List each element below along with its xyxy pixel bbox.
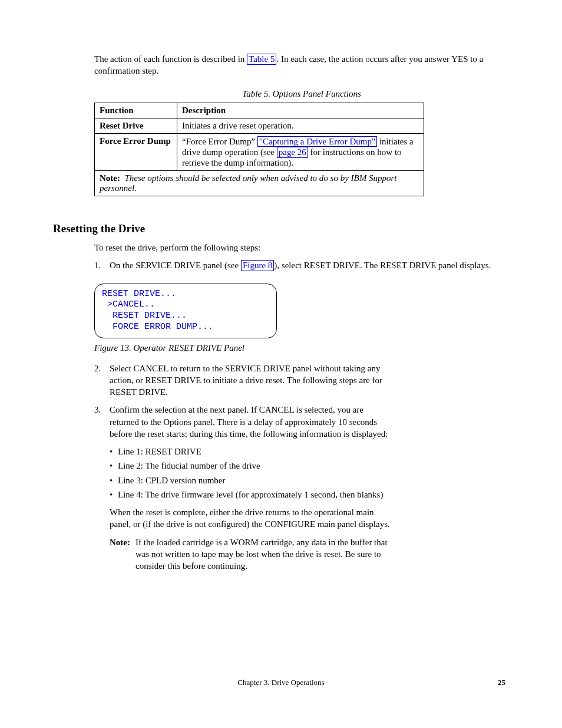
link-figure8[interactable]: Figure 8 (241, 260, 274, 271)
bullet-icon: • (110, 446, 118, 457)
step-number: 3. (94, 404, 110, 440)
footer-page-number: 25 (498, 678, 505, 687)
note-line: was not written to tape may be lost when… (135, 549, 381, 559)
display-panel-reset-drive: RESET DRIVE... >CANCEL.. RESET DRIVE... … (94, 284, 277, 338)
col-description-header: Description (177, 103, 424, 118)
sublist-item: • Line 2: The fiducial number of the dri… (110, 460, 509, 472)
table-row: Force Error Dump “Force Error Dump” "Cap… (95, 133, 424, 170)
step-2-line: action, or RESET DRIVE to initiate a dri… (110, 375, 382, 385)
sublist-item: • Line 4: The drive firmware level (for … (110, 489, 509, 500)
note-block: Note: If the loaded cartridge is a WORM … (110, 536, 509, 572)
cell-function: Reset Drive (95, 118, 177, 133)
figure13-text: Operator RESET DRIVE Panel (134, 343, 244, 353)
figure13-caption: Figure 13. Operator RESET DRIVE Panel (94, 343, 509, 353)
bullet-icon: • (110, 475, 118, 486)
display-line: RESET DRIVE... (102, 311, 187, 321)
display-line: >CANCEL.. (102, 299, 155, 309)
step-1-after: ), select RESET DRIVE. The RESET DRIVE p… (274, 261, 491, 270)
step-3-line: Confirm the selection at the next panel.… (110, 405, 363, 414)
sublist-text: Line 2: The fiducial number of the drive (118, 460, 260, 472)
footer-chapter: Chapter 3. Drive Operations (57, 678, 505, 687)
link-capturing-dump[interactable]: "Capturing a Drive Error Dump" (257, 136, 377, 147)
step-2-line: Select CANCEL to return to the SERVICE D… (110, 364, 380, 373)
bullet-icon: • (110, 489, 118, 500)
cell-description: Initiates a drive reset operation. (177, 118, 424, 133)
figure13-idx: Figure 13. (94, 343, 131, 353)
cell-description: “Force Error Dump” "Capturing a Drive Er… (177, 133, 424, 170)
para-reset-complete: When the reset is complete, either the d… (110, 506, 509, 531)
sublist-text: Line 1: RESET DRIVE (118, 446, 201, 457)
page-footer: Chapter 3. Drive Operations 25 (53, 678, 509, 690)
bullet-icon: • (110, 460, 118, 472)
para1-before: The action of each function is described… (94, 54, 247, 64)
table5-caption: Table 5. Options Panel Functions (94, 89, 509, 99)
link-page26[interactable]: page 26 (277, 147, 308, 158)
display-line: FORCE ERROR DUMP... (102, 322, 213, 332)
desc-open: “Force Error Dump” (182, 137, 257, 146)
note-line: consider this before continuing. (135, 561, 247, 571)
table-row: Reset Drive Initiates a drive reset oper… (95, 118, 424, 133)
reset-intro: To reset the drive, perform the followin… (94, 242, 509, 253)
note-line: If the loaded cartridge is a WORM cartri… (135, 538, 388, 547)
step-3-line: returned to the Options panel. There is … (110, 417, 377, 427)
display-line: RESET DRIVE... (102, 289, 176, 299)
table5: Function Description Reset Drive Initiat… (94, 103, 424, 196)
col-function-header: Function (95, 103, 177, 118)
cell-function: Force Error Dump (95, 133, 177, 170)
table-row: Function Description (95, 103, 424, 118)
sublist-text: Line 3: CPLD version number (118, 475, 225, 486)
table5-caption-text: Options Panel Functions (273, 89, 361, 98)
step-number: 2. (94, 363, 110, 398)
para2-line: When the reset is complete, either the d… (110, 508, 374, 517)
sublist-item: • Line 3: CPLD version number (110, 475, 509, 486)
step-2-line: RESET DRIVE. (110, 387, 168, 397)
step-number: 1. (94, 259, 110, 271)
step-3-line: before the reset starts; during this tim… (110, 429, 388, 439)
table5-caption-idx: Table 5. (242, 89, 270, 98)
para2-line: panel, or (if the drive is not configure… (110, 519, 390, 529)
step-3: 3. Confirm the selection at the next pan… (94, 404, 509, 440)
cell-note: Note: These options should be selected o… (95, 170, 424, 196)
step-1: 1. On the SERVICE DRIVE panel (see Figur… (94, 259, 509, 271)
link-table5[interactable]: Table 5 (247, 54, 276, 65)
sublist-text: Line 4: The drive firmware level (for ap… (118, 489, 383, 500)
note-head: Note: (110, 536, 135, 572)
step-2: 2. Select CANCEL to return to the SERVIC… (94, 363, 509, 398)
table-row: Note: These options should be selected o… (95, 170, 424, 196)
sublist-item: • Line 1: RESET DRIVE (110, 446, 509, 457)
section-title-resetting-drive: Resetting the Drive (53, 221, 509, 236)
step-1-before: On the SERVICE DRIVE panel (see (110, 261, 241, 270)
